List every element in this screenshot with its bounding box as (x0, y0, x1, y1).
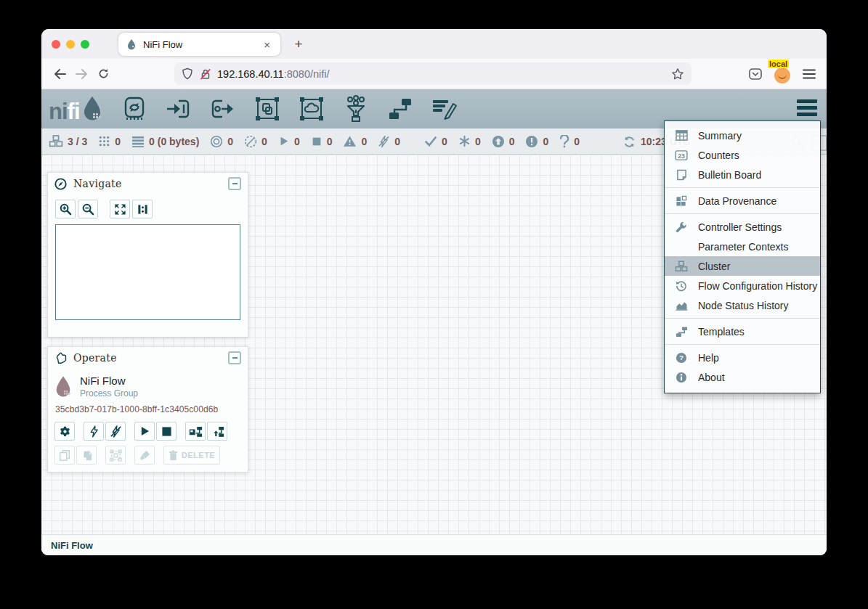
stop-button[interactable] (156, 422, 177, 441)
empty-icon-slot (675, 240, 688, 253)
upload-template-icon (211, 425, 224, 438)
copy-button[interactable] (54, 446, 75, 465)
browser-menu-icon[interactable] (802, 68, 816, 80)
menu-item-label: Help (698, 352, 719, 364)
lightning-crossed-icon (110, 425, 122, 438)
menu-item-templates[interactable]: Templates (665, 322, 820, 341)
status-invalid: 0 (343, 135, 367, 147)
stale-icon (492, 135, 505, 148)
menu-item-counters[interactable]: 23 Counters (665, 145, 820, 165)
navigate-panel: Navigate (47, 172, 248, 338)
trash-icon (169, 450, 178, 461)
menu-item-summary[interactable]: Summary (665, 126, 820, 145)
collapse-operate-button[interactable] (228, 351, 241, 364)
templates-icon (676, 326, 688, 338)
menu-item-label: Counters (698, 150, 739, 161)
back-button[interactable] (49, 63, 70, 85)
collapse-navigate-button[interactable] (228, 177, 241, 190)
enable-button[interactable] (84, 422, 104, 441)
url-host: 192.168.40.11 (217, 68, 284, 80)
selected-component: NiFi Flow Process Group (54, 375, 248, 398)
delete-button[interactable]: DELETE (163, 446, 220, 465)
actual-size-icon (137, 203, 149, 216)
menu-item-cluster[interactable]: Cluster (665, 256, 820, 276)
configure-button[interactable] (54, 422, 75, 441)
back-arrow-icon (54, 69, 66, 79)
paste-button[interactable] (76, 446, 97, 465)
compass-icon (54, 178, 67, 190)
browser-tab[interactable]: NiFi Flow × (118, 33, 280, 56)
operate-panel-title: Operate (73, 352, 228, 364)
menu-item-label: Node Status History (698, 300, 789, 311)
url-text: 192.168.40.11:8080/nifi/ (217, 68, 671, 80)
menu-item-help[interactable]: ? Help (665, 348, 820, 367)
funnel-icon (342, 95, 370, 123)
profile-avatar[interactable]: local (773, 65, 792, 83)
stop-icon (161, 426, 172, 437)
menu-item-flow-configuration-history[interactable]: Flow Configuration History (665, 276, 820, 295)
zoom-in-button[interactable] (55, 200, 76, 218)
reload-button[interactable] (92, 63, 114, 85)
menu-item-label: Parameter Contexts (698, 241, 789, 253)
status-transmitting: 0 (210, 135, 233, 148)
help-icon: ? (676, 352, 687, 364)
operate-actions-row-1 (54, 422, 248, 441)
upload-template-button[interactable] (207, 422, 227, 441)
status-running: 0 (278, 135, 300, 147)
menu-item-controller-settings[interactable]: Controller Settings (665, 217, 820, 237)
funnel-draggable[interactable] (342, 95, 370, 123)
locally-modified-stale-count: 0 (543, 136, 548, 147)
remote-process-group-draggable[interactable] (298, 95, 325, 123)
status-stopped: 0 (311, 136, 333, 147)
logo-text-ni: ni (49, 102, 68, 122)
status-locally-modified: 0 (458, 135, 481, 147)
process-group-icon (253, 95, 281, 123)
processor-icon (121, 95, 148, 123)
cluster-icon (675, 261, 688, 272)
menu-item-node-status-history[interactable]: Node Status History (665, 295, 820, 315)
template-draggable[interactable] (386, 95, 414, 123)
menu-item-label: Data Provenance (698, 195, 776, 207)
insecure-lock-icon (200, 68, 211, 80)
label-draggable[interactable] (431, 95, 458, 123)
output-port-draggable[interactable] (209, 95, 237, 123)
pocket-icon[interactable] (748, 68, 763, 81)
bookmark-star-icon[interactable] (671, 68, 684, 81)
forward-button[interactable] (70, 63, 92, 85)
new-tab-button[interactable]: + (289, 35, 308, 54)
output-port-icon (209, 95, 237, 123)
processor-draggable[interactable] (121, 95, 148, 123)
breadcrumb[interactable]: NiFi Flow (51, 540, 93, 551)
birdseye-minimap[interactable] (55, 224, 240, 320)
operate-actions-row-2: DELETE (54, 446, 248, 465)
container-label: local (768, 60, 789, 68)
process-group-draggable[interactable] (253, 95, 281, 123)
locally-modified-stale-icon (525, 135, 538, 148)
menu-item-about[interactable]: About (665, 367, 820, 387)
nifi-global-menu: Summary 23 Counters Bulletin Board Data … (664, 120, 821, 393)
zoom-fit-button[interactable] (110, 200, 130, 218)
group-button[interactable] (105, 446, 126, 465)
minimize-window-button[interactable] (66, 40, 75, 49)
url-bar[interactable]: 192.168.40.11:8080/nifi/ (174, 62, 691, 85)
tab-close-icon[interactable]: × (261, 38, 273, 52)
sync-failure-count: 0 (574, 136, 580, 147)
input-port-icon (165, 95, 192, 123)
navigate-panel-title: Navigate (73, 178, 228, 189)
input-port-draggable[interactable] (165, 95, 192, 123)
menu-item-parameter-contexts[interactable]: Parameter Contexts (665, 237, 820, 256)
menu-item-data-provenance[interactable]: Data Provenance (665, 191, 820, 211)
zoom-window-button[interactable] (81, 40, 89, 49)
connected-nodes-count: 3 / 3 (68, 136, 87, 147)
start-button[interactable] (134, 422, 155, 441)
nifi-global-menu-button[interactable] (797, 99, 817, 116)
status-queued: 0 (0 bytes) (131, 136, 199, 147)
save-template-button[interactable] (185, 422, 206, 441)
menu-item-label: Flow Configuration History (698, 280, 817, 292)
zoom-actual-size-button[interactable] (132, 200, 153, 218)
menu-item-bulletin-board[interactable]: Bulletin Board (665, 165, 820, 184)
change-color-button[interactable] (134, 446, 155, 465)
close-window-button[interactable] (52, 40, 60, 49)
disable-button[interactable] (105, 422, 126, 441)
zoom-out-button[interactable] (78, 200, 98, 218)
